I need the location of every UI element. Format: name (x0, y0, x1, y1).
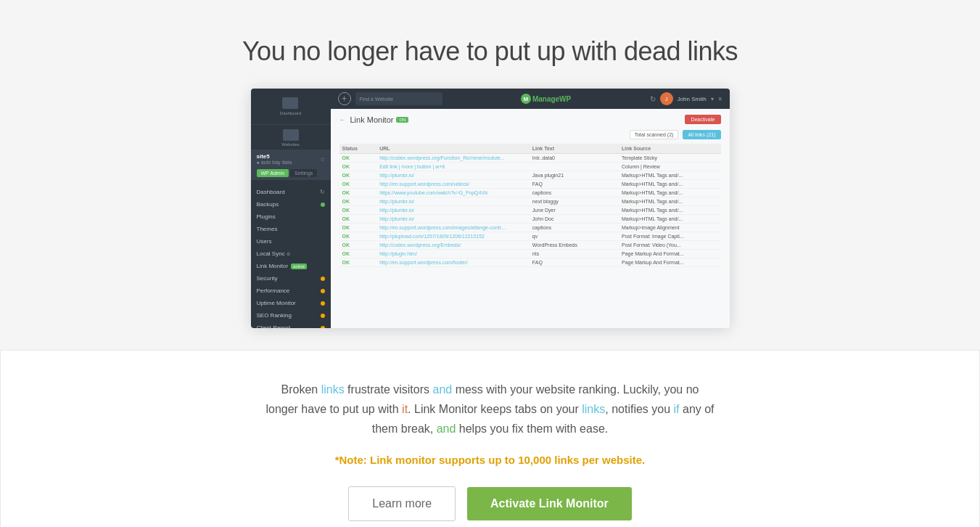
cell-link-source: Markup>HTML Tags and/... (619, 206, 721, 215)
sidebar-item-security[interactable]: Security (251, 272, 331, 285)
sidebar-item-dashboard[interactable]: Dashboard ↻ (251, 186, 331, 198)
sidebar-uptime-dot (321, 301, 325, 306)
cell-link-source: Post Format: Image Capti... (619, 232, 721, 241)
sidebar-performance-dot (321, 289, 325, 293)
sidebar-item-local-sync[interactable]: Local Sync ⚙ (251, 248, 331, 260)
filter-scan-button[interactable]: Total scanned (2) (630, 130, 679, 139)
mockup-main: + Find a Website M ManageWP ↻ J John Smi… (331, 89, 730, 328)
content-title-row: ← Link Monitor ON (339, 115, 409, 124)
table-row: OK http://en.support.wordpress.com/foote… (339, 258, 721, 267)
cell-status: OK (339, 163, 377, 171)
cell-url[interactable]: https://www.youtube.com/watch?v=G_FnpQ4V… (376, 189, 530, 197)
sidebar-item-seo-ranking[interactable]: SEO Ranking (251, 309, 331, 322)
topbar-search[interactable]: Find a Website (355, 92, 442, 105)
promo-button-row: Learn more Activate Link Monitor (348, 486, 632, 521)
sidebar-item-link-monitor[interactable]: Link Monitor active (251, 260, 331, 272)
sidebar-item-users[interactable]: Users (251, 235, 331, 248)
cell-link-text: Intr..data0 (530, 154, 619, 163)
promo-description: Broken links frustrate visitors and mess… (265, 380, 715, 439)
cell-url[interactable]: http://en.support.wordpress.com/videos/ (376, 180, 530, 189)
cell-status: OK (339, 197, 377, 206)
cell-url[interactable]: http://plumbr.io/ (376, 206, 530, 215)
topbar-close-icon[interactable]: × (718, 95, 722, 103)
mockup-sidebar: Dashboard Websites site5 ● auto bay data… (251, 89, 331, 328)
sidebar-site-item[interactable]: site5 ● auto bay data ☆ (251, 150, 331, 168)
table-row: OK http://plumbr.io/ next bloggy Markup>… (339, 197, 721, 206)
cell-link-source: Column | Review (619, 163, 721, 171)
table-row: OK http://plumbr.io/ June Dyer Markup>HT… (339, 206, 721, 215)
cell-status: OK (339, 258, 377, 267)
sidebar-item-themes[interactable]: Themes (251, 223, 331, 235)
cell-url[interactable]: http://plumbr.io/ (376, 215, 530, 224)
cell-link-text: FAQ (530, 180, 619, 189)
sidebar-refresh-icon: ↻ (320, 189, 325, 195)
sidebar-client-dot (321, 326, 325, 329)
sidebar-tab-wp-admin[interactable]: WP Admin (257, 169, 289, 177)
promo-note: *Note: Link monitor supports up to 10,00… (335, 454, 646, 466)
col-header-link-source: Link Source (619, 144, 721, 154)
cell-status: OK (339, 224, 377, 232)
page-title: You no longer have to put up with dead l… (15, 36, 965, 67)
content-back-arrow-icon[interactable]: ← (339, 116, 346, 123)
cell-link-text: Java plugin21 (530, 171, 619, 180)
cell-status: OK (339, 180, 377, 189)
cell-link-text: WordPress Embeds (530, 241, 619, 250)
sidebar-item-plugins[interactable]: Plugins (251, 211, 331, 223)
promo-it-word: it (402, 403, 408, 415)
cell-url[interactable]: http://codex.wordpress.org/Function_Re/m… (376, 154, 530, 163)
cell-link-source: Page Markup And Format... (619, 250, 721, 258)
col-header-status: Status (339, 144, 377, 154)
table-row: OK http://plumbr.io/ John Doc Markup>HTM… (339, 215, 721, 224)
cell-url[interactable]: http://codex.wordpress.org/Embeds/ (376, 241, 530, 250)
sidebar-site-star-icon[interactable]: ☆ (320, 156, 325, 163)
table-row: OK Edit link | more | button | w+8 Colum… (339, 163, 721, 171)
managewp-logo-icon: M (521, 94, 531, 104)
cell-link-source: Template Sticky (619, 154, 721, 163)
content-title: Link Monitor ON (350, 115, 409, 124)
promo-section: Broken links frustrate visitors and mess… (0, 350, 980, 527)
topbar-user-name: John Smith (678, 96, 707, 102)
sidebar-link-monitor-badge: active (291, 264, 307, 269)
cell-url[interactable]: http://en.support.wordpress.com/footer/ (376, 258, 530, 267)
topbar-user-chevron[interactable]: ▾ (711, 96, 714, 102)
deactivate-button[interactable]: Deactivate (685, 115, 720, 124)
sidebar-item-uptime-monitor[interactable]: Uptime Monitor (251, 297, 331, 309)
learn-more-button[interactable]: Learn more (348, 486, 456, 521)
sidebar-item-client-report[interactable]: Client Report (251, 322, 331, 328)
promo-and-word-1: and (432, 383, 452, 396)
sidebar-seo-dot (321, 314, 325, 318)
links-table: Status URL Link Text Link Source OK http… (339, 144, 721, 267)
promo-if-word: if (674, 403, 680, 415)
topbar-left: + Find a Website (338, 92, 442, 105)
cell-status: OK (339, 232, 377, 241)
cell-link-source: Page Markup And Format... (619, 258, 721, 267)
topbar-right: ↻ J John Smith ▾ × (650, 92, 722, 105)
cell-link-text: June Dyer (530, 206, 619, 215)
promo-links-word-2: links (582, 403, 605, 415)
sidebar-item-backups[interactable]: Backups (251, 198, 331, 211)
cell-url[interactable]: http://plupload.com/1267/1809/1206/12213… (376, 232, 530, 241)
sidebar-site-name: site5 (257, 153, 292, 160)
sidebar-item-performance[interactable]: Performance (251, 285, 331, 297)
topbar-user-avatar: J (660, 92, 673, 105)
cell-url[interactable]: http://plumbr.io/ (376, 171, 530, 180)
sidebar-tab-settings[interactable]: Settings (290, 169, 317, 177)
cell-url[interactable]: http://plugin.htm/ (376, 250, 530, 258)
sidebar-security-dot (321, 277, 325, 281)
topbar-logo-text: ManageWP (532, 95, 571, 103)
col-header-link-text: Link Text (530, 144, 619, 154)
table-row: OK http://plugin.htm/ nts Page Markup An… (339, 250, 721, 258)
cell-url[interactable]: Edit link | more | button | w+8 (376, 163, 530, 171)
topbar-add-icon[interactable]: + (338, 92, 351, 105)
table-header-row: Status URL Link Text Link Source (339, 144, 721, 154)
cell-url[interactable]: http://en.support.wordpress.com/images/a… (376, 224, 530, 232)
cell-url[interactable]: http://plumbr.io/ (376, 197, 530, 206)
topbar-refresh-icon[interactable]: ↻ (650, 95, 656, 103)
cell-status: OK (339, 241, 377, 250)
table-row: OK http://plumbr.io/ Java plugin21 Marku… (339, 171, 721, 180)
activate-button[interactable]: Activate Link Monitor (467, 487, 632, 520)
cell-link-text: next bloggy (530, 197, 619, 206)
cell-link-source: Markup>HTML Tags and/... (619, 189, 721, 197)
cell-link-text: captions (530, 224, 619, 232)
filter-all-button[interactable]: All links (21) (683, 130, 720, 139)
